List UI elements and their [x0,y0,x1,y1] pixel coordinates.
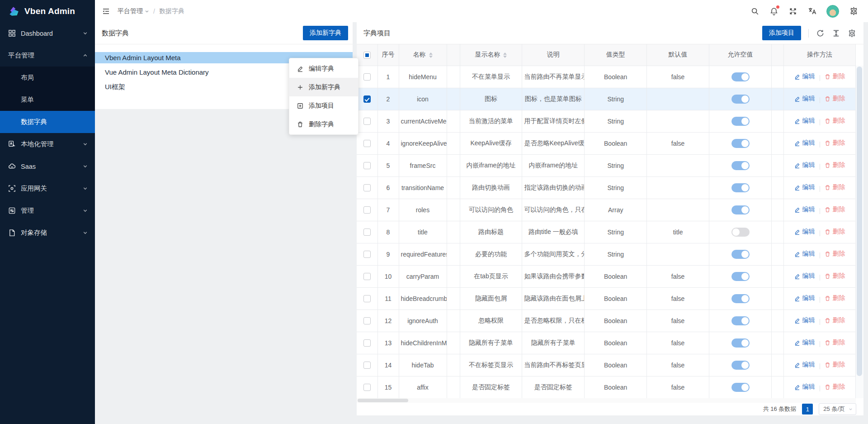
edit-row-button[interactable]: 编辑 [794,72,815,81]
add-dictionary-button[interactable]: 添加新字典 [303,26,348,40]
vertical-scrollbar-thumb[interactable] [857,67,862,376]
row-height-icon[interactable] [832,29,840,38]
edit-row-button[interactable]: 编辑 [794,383,815,391]
delete-row-button[interactable]: 删除 [825,272,845,280]
sidebar-item-management[interactable]: 管理 [0,200,95,222]
delete-row-button[interactable]: 删除 [825,72,845,81]
context-menu-item[interactable]: 添加项目 [289,96,358,115]
sidebar-item-platform[interactable]: 平台管理 [0,44,95,67]
sidebar-item-saas[interactable]: Saas [0,155,95,177]
sidebar-collapse-icon[interactable] [101,6,111,16]
row-checkbox[interactable] [363,140,371,147]
row-checkbox[interactable] [363,95,371,103]
row-checkbox[interactable] [363,339,371,347]
delete-row-button[interactable]: 删除 [825,161,845,169]
row-checkbox[interactable] [363,362,371,369]
context-menu-item[interactable]: 编辑字典 [289,59,358,78]
delete-row-button[interactable]: 删除 [825,95,845,103]
edit-row-button[interactable]: 编辑 [794,161,815,169]
row-checkbox[interactable] [363,162,371,169]
edit-row-button[interactable]: 编辑 [794,139,815,147]
sort-icon[interactable] [503,52,507,58]
edit-row-button[interactable]: 编辑 [794,361,815,369]
edit-row-button[interactable]: 编辑 [794,228,815,236]
page-size-select[interactable]: 25 条/页 [819,403,856,415]
row-checkbox[interactable] [363,73,371,81]
row-checkbox[interactable] [363,273,371,280]
row-checkbox[interactable] [363,384,371,391]
allow-empty-toggle[interactable] [731,161,750,170]
column-header-name[interactable]: 名称 [399,44,447,66]
fullscreen-icon[interactable] [788,7,797,16]
search-icon[interactable] [750,7,760,16]
breadcrumb-item-platform[interactable]: 平台管理 [118,7,149,15]
edit-row-button[interactable]: 编辑 [794,183,815,191]
row-checkbox[interactable] [363,118,371,125]
allow-empty-toggle[interactable] [731,183,750,192]
sidebar-subitem[interactable]: 菜单 [0,89,95,111]
allow-empty-toggle[interactable] [731,294,750,303]
column-header-display_name[interactable]: 显示名称 [460,44,522,66]
column-header-checkbox[interactable] [357,44,377,66]
horizontal-scrollbar-thumb[interactable] [358,399,408,402]
logo[interactable]: Vben Admin [0,0,95,22]
row-checkbox[interactable] [363,184,371,191]
edit-row-button[interactable]: 编辑 [794,117,815,125]
edit-row-button[interactable]: 编辑 [794,294,815,302]
edit-row-button[interactable]: 编辑 [794,272,815,280]
allow-empty-toggle[interactable] [731,228,750,237]
allow-empty-toggle[interactable] [731,250,750,259]
sidebar-item-localization[interactable]: 本地化管理 [0,133,95,155]
select-all-checkbox[interactable] [363,52,371,59]
horizontal-scrollbar[interactable] [357,398,856,403]
column-settings-gear-icon[interactable] [848,29,856,38]
delete-row-button[interactable]: 删除 [825,294,845,302]
allow-empty-toggle[interactable] [731,383,750,392]
allow-empty-toggle[interactable] [731,72,750,81]
sidebar-item-gateway[interactable]: 应用网关 [0,177,95,200]
allow-empty-toggle[interactable] [731,95,750,104]
sidebar-subitem[interactable]: 布局 [0,67,95,89]
context-menu-item[interactable]: 添加新字典 [289,78,358,96]
allow-empty-toggle[interactable] [731,205,750,214]
delete-row-button[interactable]: 删除 [825,228,845,236]
sort-icon[interactable] [429,52,433,58]
delete-row-button[interactable]: 删除 [825,338,845,347]
edit-row-button[interactable]: 编辑 [794,316,815,324]
row-checkbox[interactable] [363,295,371,302]
allow-empty-toggle[interactable] [731,272,750,281]
delete-row-button[interactable]: 删除 [825,316,845,324]
delete-row-button[interactable]: 删除 [825,250,845,258]
page-1-button[interactable]: 1 [802,404,813,414]
context-menu-item[interactable]: 删除字典 [289,115,358,133]
delete-row-button[interactable]: 删除 [825,139,845,147]
delete-row-button[interactable]: 删除 [825,205,845,214]
allow-empty-toggle[interactable] [731,338,750,348]
sidebar-item-dashboard[interactable]: Dashboard [0,22,95,44]
delete-row-button[interactable]: 删除 [825,117,845,125]
notification-bell-icon[interactable] [769,7,778,16]
delete-row-button[interactable]: 删除 [825,183,845,191]
translate-icon[interactable] [807,7,816,16]
edit-row-button[interactable]: 编辑 [794,95,815,103]
allow-empty-toggle[interactable] [731,361,750,370]
add-item-button[interactable]: 添加项目 [762,26,801,40]
sidebar-item-storage[interactable]: 对象存储 [0,222,95,244]
vertical-scrollbar[interactable] [856,66,863,398]
allow-empty-toggle[interactable] [731,316,750,325]
edit-row-button[interactable]: 编辑 [794,338,815,347]
allow-empty-toggle[interactable] [731,139,750,148]
row-checkbox[interactable] [363,206,371,214]
edit-row-button[interactable]: 编辑 [794,205,815,214]
row-checkbox[interactable] [363,251,371,258]
delete-row-button[interactable]: 删除 [825,383,845,391]
user-avatar[interactable] [826,5,839,18]
allow-empty-toggle[interactable] [731,117,750,126]
refresh-icon[interactable] [816,29,825,38]
edit-row-button[interactable]: 编辑 [794,250,815,258]
delete-row-button[interactable]: 删除 [825,361,845,369]
row-checkbox[interactable] [363,229,371,236]
sidebar-subitem[interactable]: 数据字典 [0,111,95,133]
settings-gear-icon[interactable] [849,7,858,16]
row-checkbox[interactable] [363,317,371,324]
